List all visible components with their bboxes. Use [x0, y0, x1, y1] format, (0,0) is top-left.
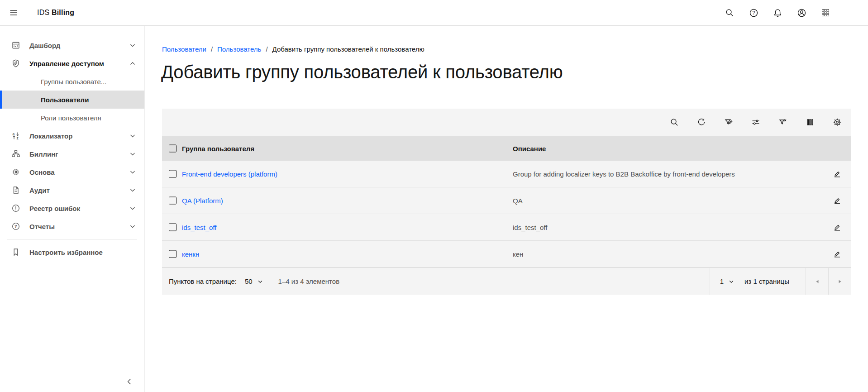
group-link[interactable]: кенкн [182, 250, 199, 258]
bookmark-icon [11, 248, 20, 257]
help-icon: ? [749, 8, 758, 18]
sidebar-item-localizer[interactable]: a z Локализатор [0, 127, 144, 145]
row-checkbox[interactable] [169, 224, 176, 231]
sidebar-divider [7, 239, 137, 239]
chevron-down-icon [129, 223, 136, 230]
table-column-button[interactable] [796, 109, 824, 136]
breadcrumb-current: Добавить группу пользователей к пользова… [272, 45, 424, 53]
sidebar-item-users[interactable]: Пользователи [0, 91, 144, 109]
security-shield-icon [11, 59, 20, 68]
group-link[interactable]: QA (Platform) [182, 197, 223, 205]
column-header-description[interactable]: Описание [513, 144, 546, 152]
table-filter-edit-button[interactable] [715, 109, 742, 136]
column-header-group[interactable]: Группа пользователя [182, 144, 254, 152]
translate-icon: a z [11, 131, 20, 140]
table-settings-button[interactable] [824, 109, 851, 136]
sidebar-item-favorites[interactable]: Настроить избранное [0, 243, 144, 261]
previous-page-button[interactable] [806, 268, 828, 295]
column-icon [806, 118, 815, 127]
top-header: IDS Billing ? [0, 0, 868, 26]
sidebar-item-access-management[interactable]: Управление доступом [0, 54, 144, 72]
table-filter-remove-button[interactable] [769, 109, 796, 136]
group-link[interactable]: ids_test_off [182, 224, 216, 231]
row-description: кен [513, 250, 523, 258]
breadcrumb-link-user[interactable]: Пользователь [217, 45, 261, 53]
header-help-button[interactable]: ? [744, 3, 763, 23]
row-edit-button[interactable] [827, 164, 847, 184]
edit-pencil-icon [833, 249, 842, 258]
sidebar-item-audit[interactable]: Аудит [0, 181, 144, 199]
chevron-down-icon [129, 42, 136, 49]
filter-remove-icon [778, 118, 787, 127]
sidebar-item-label: Дашборд [29, 42, 60, 49]
warning-circle-icon [11, 204, 20, 213]
sidebar-item-core[interactable]: Основа [0, 163, 144, 181]
chevron-down-icon [257, 278, 263, 285]
pages-total-text: из 1 страницы [744, 268, 806, 295]
row-checkbox[interactable] [169, 170, 176, 178]
sidebar-item-dashboard[interactable]: Дашборд [0, 36, 144, 54]
breadcrumb-separator: / [266, 45, 267, 53]
sidebar-collapse-button[interactable] [120, 372, 139, 391]
chevron-down-icon [728, 278, 734, 285]
edit-pencil-icon [833, 169, 842, 178]
brand-bold: Billing [52, 9, 74, 16]
chevron-down-icon [129, 186, 136, 194]
row-edit-button[interactable] [827, 191, 847, 210]
items-per-page-label: Пунктов на странице: [169, 277, 237, 285]
sidebar-item-label: Роли пользователя [41, 114, 101, 122]
sidebar-item-label: Управление доступом [29, 60, 104, 67]
select-all-checkbox[interactable] [169, 144, 176, 152]
next-page-button[interactable] [828, 268, 851, 295]
row-checkbox[interactable] [169, 250, 176, 258]
app-switcher-button[interactable] [816, 3, 835, 23]
chevron-down-icon [129, 132, 136, 139]
sidebar-item-label: Аудит [29, 186, 50, 194]
items-per-page: Пунктов на странице: 50 [162, 268, 270, 295]
chevron-up-icon [129, 60, 136, 67]
page-number-select[interactable]: 1 [710, 268, 744, 295]
sidebar-item-label: Локализатор [29, 132, 72, 140]
dashboard-icon [11, 41, 20, 50]
row-edit-button[interactable] [827, 217, 847, 237]
bell-icon [773, 8, 782, 18]
row-edit-button[interactable] [827, 244, 847, 264]
pagination-bar: Пунктов на странице: 50 1–4 из 4 элемент… [162, 268, 851, 295]
sidebar-item-billing[interactable]: Биллинг [0, 145, 144, 163]
svg-text:?: ? [752, 10, 755, 15]
header-search-button[interactable] [720, 3, 739, 23]
search-icon [670, 118, 679, 127]
table-refresh-button[interactable] [688, 109, 715, 136]
caret-left-icon [814, 278, 821, 285]
sidebar-item-user-groups[interactable]: Группы пользовате... [0, 72, 144, 91]
chevron-down-icon [129, 150, 136, 158]
app-window: IDS Billing ? [0, 0, 868, 392]
search-icon [725, 8, 734, 17]
row-description: QA [513, 197, 523, 205]
breadcrumb: Пользователи / Пользователь / Добавить г… [162, 45, 424, 53]
side-navigation: Дашборд Управление доступом Группы польз… [0, 26, 145, 392]
sidebar-item-user-roles[interactable]: Роли пользователя [0, 109, 144, 127]
table-row: QA (Platform) QA [162, 187, 851, 214]
group-link[interactable]: Front-end developers (platform) [182, 170, 277, 178]
app-brand: IDS Billing [37, 9, 74, 17]
pagination-range-text: 1–4 из 4 элементов [270, 268, 710, 295]
sidebar-item-error-registry[interactable]: Реестр ошибок [0, 199, 144, 217]
items-per-page-select[interactable]: 50 [243, 268, 270, 295]
user-profile-button[interactable] [792, 3, 811, 23]
help-circle-icon: ? [11, 222, 20, 231]
sidebar-item-reports[interactable]: ? Отчеты [0, 217, 144, 235]
chevron-down-icon [129, 205, 136, 212]
table-header-row: Группа пользователя Описание [162, 136, 851, 161]
table-settings-adjust-button[interactable] [742, 109, 769, 136]
breadcrumb-link-users[interactable]: Пользователи [162, 45, 206, 53]
header-actions: ? [720, 3, 835, 23]
sidebar-item-label: Отчеты [29, 223, 55, 230]
notifications-button[interactable] [768, 3, 787, 23]
page-number-value: 1 [720, 277, 724, 285]
hamburger-menu-button[interactable] [4, 3, 24, 23]
row-checkbox[interactable] [169, 197, 176, 205]
svg-text:?: ? [14, 224, 17, 229]
user-avatar-icon [797, 8, 806, 18]
table-search-button[interactable] [661, 109, 688, 136]
